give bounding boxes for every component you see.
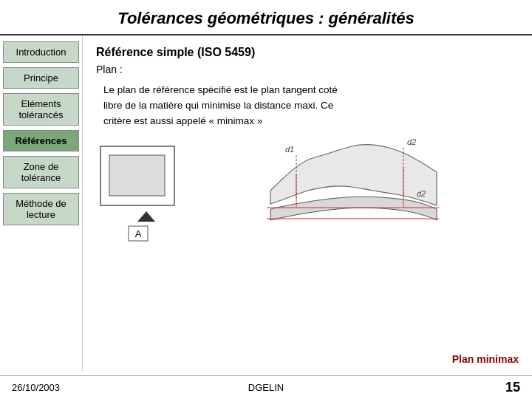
sidebar-item-elements[interactable]: Eléments tolérancés — [3, 93, 79, 126]
right-diagram-svg: d1 d2 d1 d2 — [256, 102, 448, 257]
sidebar-item-principe[interactable]: Principe — [3, 67, 79, 89]
svg-text:d1: d1 — [285, 145, 294, 154]
content-area: Référence simple (ISO 5459) Plan : Le pl… — [83, 35, 532, 371]
page-title: Tolérances géométriques : généralités — [0, 9, 532, 28]
sidebar: IntroductionPrincipeEléments tolérancésR… — [0, 35, 83, 371]
footer-organization: DGELIN — [181, 382, 350, 393]
footer: 26/10/2003 DGELIN 15 — [0, 375, 532, 399]
footer-page-number: 15 — [351, 380, 520, 395]
sidebar-item-zone-tolerance[interactable]: Zone de tolérance — [3, 156, 79, 188]
plan-minimax-label: Plan minimax — [452, 353, 519, 365]
svg-marker-2 — [137, 211, 155, 222]
section-title: Référence simple (ISO 5459) — [96, 46, 519, 59]
svg-rect-1 — [109, 155, 165, 196]
sidebar-item-references[interactable]: Références — [3, 130, 79, 151]
footer-date: 26/10/2003 — [12, 382, 181, 393]
main-layout: IntroductionPrincipeEléments tolérancésR… — [0, 35, 532, 371]
left-diagram: A — [93, 139, 211, 235]
svg-text:d2: d2 — [407, 137, 416, 146]
right-diagram: d1 d2 d1 d2 — [256, 102, 448, 250]
svg-text:d2: d2 — [417, 189, 426, 198]
plan-label: Plan : — [96, 64, 519, 75]
sidebar-item-introduction[interactable]: Introduction — [3, 41, 79, 63]
svg-text:A: A — [135, 228, 142, 239]
diagram-area: A d1 d2 d1 — [93, 102, 448, 294]
sidebar-item-methode-lecture[interactable]: Méthode de lecture — [3, 193, 79, 225]
page-header: Tolérances géométriques : généralités — [0, 0, 532, 35]
left-diagram-svg: A — [93, 139, 211, 246]
